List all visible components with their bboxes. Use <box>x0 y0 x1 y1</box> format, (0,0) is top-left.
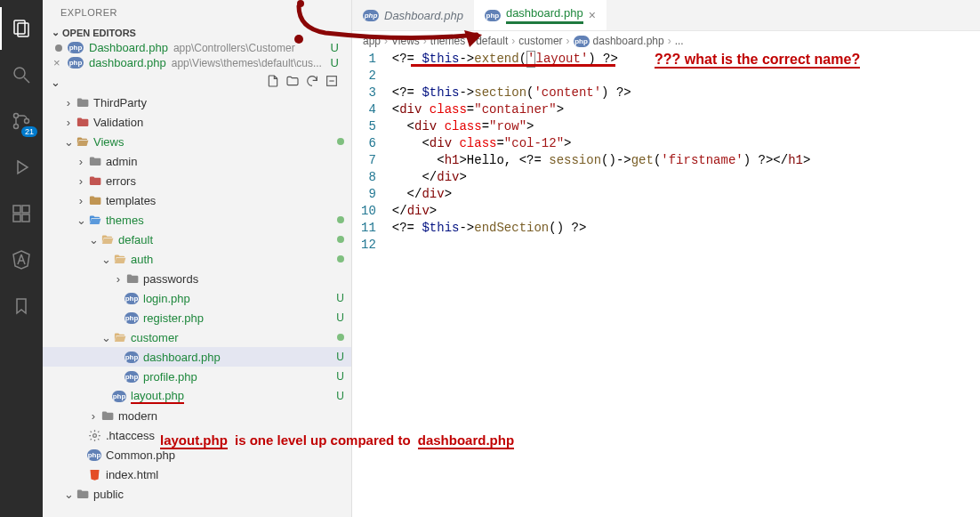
chevron-icon: › <box>62 116 75 129</box>
tree-folder[interactable]: ›ThirdParty <box>43 93 351 112</box>
breadcrumb[interactable]: app›Views›themes›default›customer›php da… <box>352 31 980 51</box>
php-icon: php <box>574 36 590 47</box>
open-editors-header[interactable]: ⌄ OPEN EDITORS <box>43 25 351 40</box>
svg-point-4 <box>14 114 19 118</box>
tree-folder[interactable]: ⌄default <box>43 230 351 249</box>
html-icon <box>87 468 101 481</box>
svg-rect-10 <box>22 214 29 222</box>
chevron-icon: › <box>75 155 87 168</box>
tree-folder[interactable]: ⌄auth <box>43 249 351 269</box>
svg-rect-9 <box>13 214 20 222</box>
extensions-activity[interactable] <box>0 192 43 235</box>
close-icon[interactable]: × <box>589 8 596 22</box>
chevron-icon: ⌄ <box>100 253 112 266</box>
tree-file[interactable]: phpprofile.phpU <box>43 367 351 386</box>
code-line[interactable]: <?= $this->extend('layout') ?> <box>392 51 811 68</box>
chevron-right-icon: › <box>566 35 570 47</box>
tree-folder[interactable]: ⌄Views <box>43 132 351 151</box>
tab-dashboard-controller[interactable]: php Dashboard.php <box>352 0 474 30</box>
collapse-icon[interactable] <box>325 74 339 91</box>
code-line[interactable]: <div class="row"> <box>392 118 811 135</box>
folder-icon <box>100 409 114 423</box>
chevron-right-icon: › <box>469 35 472 47</box>
dirty-dot-icon <box>55 44 62 52</box>
git-status: U <box>336 292 344 304</box>
debug-activity[interactable] <box>0 146 43 189</box>
explorer-activity[interactable] <box>0 7 43 50</box>
open-editor-item[interactable]: ×phpdashboard.phpapp\Views\themes\defaul… <box>43 55 351 70</box>
breadcrumb-item[interactable]: default <box>476 35 508 47</box>
code-line[interactable]: <?= $this->section('content') ?> <box>392 85 811 101</box>
svg-point-2 <box>14 68 25 78</box>
chevron-down-icon: ⌄ <box>48 76 62 89</box>
chevron-icon: ⌄ <box>87 233 100 246</box>
scm-activity[interactable]: 21 <box>0 100 43 142</box>
folder-icon <box>87 155 101 168</box>
chevron-right-icon: › <box>384 35 388 47</box>
tree-file[interactable]: phpdashboard.phpU <box>43 347 351 367</box>
chevron-right-icon: › <box>423 35 427 47</box>
refresh-icon[interactable] <box>305 74 319 91</box>
modified-dot-icon <box>337 236 344 243</box>
git-status: U <box>336 351 344 363</box>
svg-line-3 <box>24 77 29 83</box>
breadcrumb-item[interactable]: customer <box>518 35 562 47</box>
chevron-down-icon: ⌄ <box>48 27 62 38</box>
tree-file[interactable]: index.html <box>43 464 351 484</box>
code-line[interactable]: <h1>Hello, <?= session()->get('firstname… <box>392 152 811 169</box>
tree-file[interactable]: phplayout.phpU <box>43 386 351 406</box>
modified-dot-icon <box>337 255 344 263</box>
code-line[interactable]: <div class="col-12"> <box>392 135 811 152</box>
breadcrumb-item[interactable]: app <box>363 35 381 47</box>
workspace-header[interactable]: ⌄ <box>43 72 351 93</box>
php-icon: php <box>68 57 84 69</box>
tree-file[interactable]: phplogin.phpU <box>43 288 351 308</box>
tree-folder[interactable]: ›modern <box>43 406 351 425</box>
breadcrumb-item[interactable]: themes <box>430 35 465 47</box>
tree-folder[interactable]: ›passwords <box>43 269 351 288</box>
code-editor[interactable]: 123456789101112 <?= $this->extend('layou… <box>352 51 980 254</box>
activity-bar: 21 <box>0 0 43 517</box>
code-line[interactable]: </div> <box>392 169 811 186</box>
code-line[interactable]: </div> <box>392 186 811 203</box>
tree-folder[interactable]: ›Validation <box>43 112 351 132</box>
breadcrumb-item[interactable]: php dashboard.php <box>574 35 664 47</box>
svg-point-5 <box>14 125 19 129</box>
chevron-icon: › <box>75 194 87 207</box>
folder-icon <box>125 272 139 286</box>
new-folder-icon[interactable] <box>285 74 300 91</box>
code-line[interactable] <box>392 237 811 254</box>
folder-icon <box>87 194 101 207</box>
breadcrumb-item[interactable]: Views <box>391 35 420 47</box>
breadcrumb-item[interactable]: ... <box>675 35 684 47</box>
angular-activity[interactable] <box>0 238 43 281</box>
svg-marker-7 <box>18 161 28 174</box>
code-lines[interactable]: <?= $this->extend('layout') ?><?= $this-… <box>392 51 811 254</box>
close-icon[interactable]: × <box>53 56 60 69</box>
code-line[interactable] <box>392 68 811 85</box>
tree-folder[interactable]: ›errors <box>43 171 351 190</box>
chevron-icon: ⌄ <box>62 135 75 149</box>
tree-folder[interactable]: ⌄public <box>43 484 351 504</box>
file-tree[interactable]: ›ThirdParty›Validation⌄Views›admin›error… <box>43 93 351 517</box>
git-status: U <box>336 311 344 324</box>
open-editor-item[interactable]: phpDashboard.phpapp\Controllers\Customer… <box>43 40 351 55</box>
tree-file[interactable]: phpCommon.php <box>43 445 351 464</box>
code-line[interactable]: </div> <box>392 203 811 220</box>
scm-badge: 21 <box>21 126 37 137</box>
tree-folder[interactable]: ›admin <box>43 151 351 171</box>
tree-folder[interactable]: ›templates <box>43 190 351 210</box>
tab-dashboard-view[interactable]: php dashboard.php × <box>474 0 606 30</box>
tree-folder[interactable]: ⌄themes <box>43 210 351 230</box>
new-file-icon[interactable] <box>266 74 280 91</box>
tree-file[interactable]: phpregister.phpU <box>43 308 351 327</box>
code-line[interactable]: <div class="container"> <box>392 101 811 118</box>
tree-file[interactable]: .htaccess <box>43 425 351 445</box>
modified-dot-icon <box>337 334 344 341</box>
chevron-right-icon: › <box>668 35 671 47</box>
search-activity[interactable] <box>0 53 43 96</box>
bookmark-activity[interactable] <box>0 285 43 327</box>
code-line[interactable]: <?= $this->endSection() ?> <box>392 220 811 237</box>
modified-dot-icon <box>337 216 344 223</box>
tree-folder[interactable]: ⌄customer <box>43 327 351 347</box>
